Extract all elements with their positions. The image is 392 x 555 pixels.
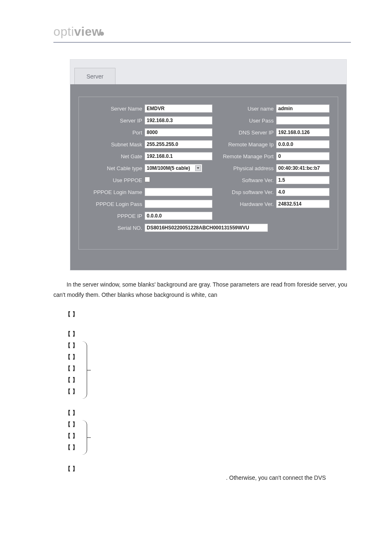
trailing-text: . Otherwise, you can't connect the DVS xyxy=(226,474,351,481)
use-pppoe-checkbox[interactable] xyxy=(145,177,150,182)
net-gate-label: Net Gate xyxy=(87,153,145,160)
bracket-item: 【 】 xyxy=(65,442,78,453)
server-name-label: Server Name xyxy=(87,106,145,112)
bracket-item: 【 】 xyxy=(65,351,78,363)
curly-brace-icon xyxy=(82,341,87,399)
bracket-item: 【 】 xyxy=(65,419,78,430)
pppoe-login-pass-input[interactable] xyxy=(145,200,212,208)
user-pass-input[interactable] xyxy=(276,116,330,125)
net-cable-type-label: Net Cable type xyxy=(87,165,145,171)
remote-manage-ip-label: Remote Manage Ip xyxy=(212,141,276,148)
dns-server-ip-input[interactable]: 192.168.0.126 xyxy=(276,128,330,136)
bracket-item: 【 】 xyxy=(65,430,78,442)
curly-brace-icon xyxy=(82,420,87,455)
dsp-software-ver-input: 4.0 xyxy=(276,188,330,196)
pppoe-login-pass-label: PPPOE Login Pass xyxy=(87,201,145,207)
hardware-ver-label: Hardware Ver. xyxy=(212,201,276,207)
logo-part1: opti xyxy=(53,25,74,38)
bracket-item: 【 】 xyxy=(65,407,78,419)
dns-server-ip-label: DNS Server IP xyxy=(212,130,276,136)
header-divider xyxy=(53,42,351,43)
pppoe-login-name-input[interactable] xyxy=(145,188,212,196)
tab-server[interactable]: Server xyxy=(74,68,115,84)
subnet-mask-input[interactable]: 255.255.255.0 xyxy=(145,140,212,148)
software-ver-input: 1.5 xyxy=(276,176,330,184)
subnet-mask-label: Subnet Mask xyxy=(87,141,145,148)
software-ver-label: Software Ver. xyxy=(212,177,276,183)
bracket-item: 【 】 xyxy=(65,328,78,340)
serial-no-input: DS8016HS0220051228ABCH000131559WVU xyxy=(145,224,268,232)
server-ip-label: Server IP xyxy=(87,118,145,124)
remote-manage-port-label: Remote Manage Port xyxy=(212,153,276,160)
remote-manage-ip-input[interactable]: 0.0.0.0 xyxy=(276,140,330,148)
net-cable-type-value: 10M/100M(5 cable) xyxy=(147,165,190,171)
use-pppoe-label: Use PPPOE xyxy=(87,177,145,183)
tab-row: Server xyxy=(70,60,346,84)
pppoe-login-name-label: PPPOE Login Name xyxy=(87,189,145,195)
bracket-item: 【 】 xyxy=(65,463,78,474)
user-pass-label: User Pass xyxy=(212,118,276,124)
server-ip-input[interactable]: 192.168.0.3 xyxy=(145,116,212,125)
net-gate-input[interactable]: 192.168.0.1 xyxy=(145,152,212,160)
serial-no-label: Serial NO. xyxy=(87,225,145,231)
pppoe-ip-input: 0.0.0.0 xyxy=(145,212,212,220)
user-name-input[interactable]: admin xyxy=(276,104,330,113)
server-name-input[interactable]: EMDVR xyxy=(145,104,212,113)
bracket-item: 【 】 xyxy=(65,386,78,397)
physical-address-label: Physical address xyxy=(212,165,276,171)
net-cable-type-select[interactable]: 10M/100M(5 cable) xyxy=(145,164,202,172)
bracket-list: 【 】 【 】 【 】 【 】 【 】 【 xyxy=(65,308,347,474)
bracket-item: 【 】 xyxy=(65,374,78,386)
physical-address-input: 00:40:30:41:bc:b7 xyxy=(276,164,330,172)
chevron-down-icon[interactable] xyxy=(195,165,201,171)
port-label: Port xyxy=(87,130,145,136)
hardware-ver-input: 24832.514 xyxy=(276,200,330,208)
logo-part2: view xyxy=(74,25,101,38)
server-panel: Server Name EMDVR User name admin Server… xyxy=(70,84,346,270)
bracket-item: 【 】 xyxy=(65,308,78,320)
paragraph-description: In the server window, some blanks' backg… xyxy=(53,280,351,300)
remote-manage-port-input[interactable]: 0 xyxy=(276,152,330,160)
port-input[interactable]: 8000 xyxy=(145,128,212,136)
logo-dot-icon xyxy=(100,32,104,36)
logo: optiview xyxy=(53,25,351,39)
bracket-item: 【 】 xyxy=(65,340,78,351)
bracket-item: 【 】 xyxy=(65,363,78,374)
server-config-screenshot: Server Server Name EMDVR User name admin… xyxy=(70,59,347,271)
pppoe-ip-label: PPPOE IP xyxy=(87,213,145,219)
user-name-label: User name xyxy=(212,106,276,112)
dsp-software-ver-label: Dsp software Ver. xyxy=(212,189,276,195)
